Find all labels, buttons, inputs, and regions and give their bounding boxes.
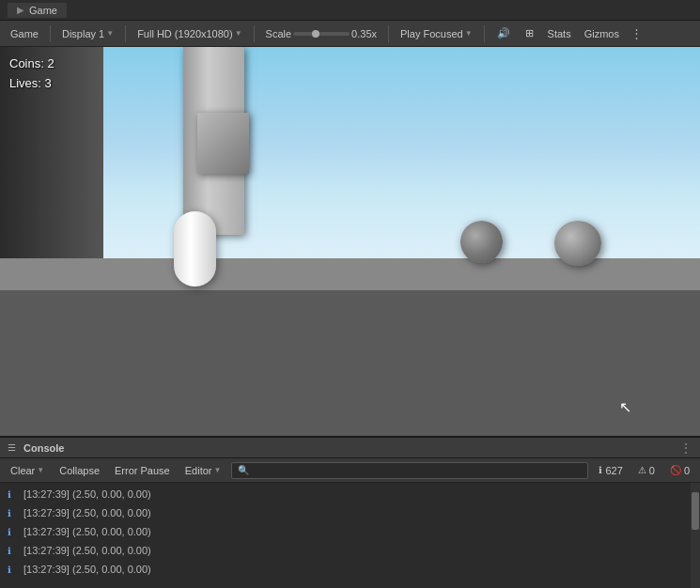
game-hud: Coins: 2 Lives: 3 xyxy=(9,54,54,94)
stats-button[interactable]: Stats xyxy=(543,26,576,41)
console-panel: ☰ Console ⋮ Clear ▼ Collapse Error Pause… xyxy=(0,436,700,588)
error-badge: 🚫 0 xyxy=(665,464,694,477)
grid-icon: ⊞ xyxy=(525,27,534,39)
coins-display: Coins: 2 xyxy=(9,54,54,74)
display-dropdown[interactable]: Display 1 ▼ xyxy=(57,26,118,41)
lives-display: Lives: 3 xyxy=(9,74,54,94)
info-icon: ℹ xyxy=(599,465,602,475)
collapse-button[interactable]: Collapse xyxy=(54,464,104,477)
console-log-line: ℹ[13:27:39] (2.50, 0.00, 0.00) xyxy=(0,485,691,503)
info-badge: ℹ 627 xyxy=(594,464,627,477)
console-body: ℹ[13:27:39] (2.50, 0.00, 0.00)ℹ[13:27:39… xyxy=(0,483,700,588)
console-log-line: ℹ[13:27:39] (2.50, 0.00, 0.00) xyxy=(0,541,691,560)
log-icon: ℹ xyxy=(8,508,19,518)
gizmos-button[interactable]: Gizmos xyxy=(580,26,624,41)
title-bar: ▶ Game xyxy=(0,0,700,21)
scale-control: Scale 0.35x xyxy=(261,26,381,41)
resolution-dropdown[interactable]: Full HD (1920x1080) ▼ xyxy=(132,26,246,41)
player-capsule xyxy=(174,211,216,286)
sep2 xyxy=(125,25,126,42)
console-log-line: ℹ[13:27:39] (2.50, 0.00, 0.00) xyxy=(0,522,691,541)
console-more-icon[interactable]: ⋮ xyxy=(679,441,692,456)
resolution-arrow-icon: ▼ xyxy=(235,29,242,38)
volume-button[interactable]: 🔊 xyxy=(491,25,516,41)
more-options-icon[interactable]: ⋮ xyxy=(628,26,646,40)
console-messages: ℹ[13:27:39] (2.50, 0.00, 0.00)ℹ[13:27:39… xyxy=(0,483,691,588)
sep1 xyxy=(50,25,51,42)
game-tab-icon: ▶ xyxy=(17,5,24,15)
clear-button[interactable]: Clear ▼ xyxy=(6,464,49,477)
volume-icon: 🔊 xyxy=(497,27,510,39)
search-icon: 🔍 xyxy=(238,465,249,475)
scale-thumb xyxy=(312,30,319,38)
log-icon: ℹ xyxy=(8,565,19,575)
console-scrollbar-thumb xyxy=(692,492,699,530)
display-arrow-icon: ▼ xyxy=(106,29,114,38)
grid-button[interactable]: ⊞ xyxy=(520,25,539,41)
error-pause-button[interactable]: Error Pause xyxy=(110,464,175,477)
game-tab[interactable]: ▶ Game xyxy=(8,3,67,18)
warning-icon: ⚠ xyxy=(638,465,646,475)
console-log-line: ℹ[13:27:39] (2.50, 0.00, 0.00) xyxy=(0,503,691,522)
error-icon: 🚫 xyxy=(670,465,681,475)
editor-arrow-icon: ▼ xyxy=(213,466,221,474)
game-tab-label: Game xyxy=(29,5,57,16)
console-header: ☰ Console ⋮ xyxy=(0,438,700,458)
console-title: Console xyxy=(23,442,64,454)
falling-box xyxy=(197,113,249,174)
console-search[interactable]: 🔍 xyxy=(231,462,588,479)
console-scrollbar[interactable] xyxy=(691,483,700,588)
sphere-1 xyxy=(460,221,503,263)
console-toolbar: Clear ▼ Collapse Error Pause Editor ▼ 🔍 … xyxy=(0,458,700,483)
sep3 xyxy=(254,25,255,42)
sphere-2 xyxy=(554,221,601,266)
log-icon: ℹ xyxy=(8,489,19,500)
game-label: Game xyxy=(6,26,43,41)
play-focused-arrow-icon: ▼ xyxy=(465,29,473,38)
game-toolbar: Game Display 1 ▼ Full HD (1920x1080) ▼ S… xyxy=(0,21,700,47)
log-icon: ℹ xyxy=(8,527,19,537)
clear-arrow-icon: ▼ xyxy=(37,466,44,474)
log-icon: ℹ xyxy=(8,546,19,556)
console-log-line: ℹ[13:27:39] (2.50, 0.00, 0.00) xyxy=(0,560,691,579)
scale-track[interactable] xyxy=(293,32,350,36)
editor-dropdown[interactable]: Editor ▼ xyxy=(180,464,226,477)
sep4 xyxy=(388,25,389,42)
console-icon: ☰ xyxy=(8,442,16,453)
floor-area xyxy=(0,290,700,436)
play-focused-dropdown[interactable]: Play Focused ▼ xyxy=(396,26,477,41)
sep5 xyxy=(484,25,485,42)
game-view[interactable]: Coins: 2 Lives: 3 ↖ xyxy=(0,47,700,436)
warning-badge: ⚠ 0 xyxy=(633,464,660,477)
